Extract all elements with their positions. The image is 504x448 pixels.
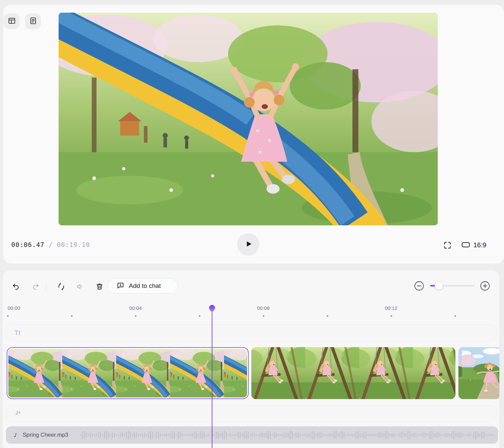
waveform-bar (178, 432, 179, 438)
waveform-bar (102, 434, 103, 436)
waveform-bar (316, 433, 317, 437)
clip-frame-thumbnail (251, 347, 305, 399)
audio-clip[interactable]: Spring Cheer.mp3 (6, 426, 498, 444)
waveform-bar (336, 431, 337, 439)
timeline-ruler[interactable]: 00:0000:0400:0800:12 (3, 304, 499, 324)
layout-grid-button[interactable] (4, 13, 20, 29)
waveform-bar (366, 432, 367, 438)
fullscreen-button[interactable] (443, 241, 452, 250)
ruler-tick-dot (327, 315, 328, 317)
waveform-bar (162, 434, 163, 436)
waveform-bar (236, 434, 237, 436)
total-duration: 00:19.10 (57, 241, 90, 248)
waveform-bar (423, 432, 424, 438)
playhead[interactable] (208, 305, 216, 448)
clip-frame-thumbnail (413, 347, 455, 399)
ruler-tick-dot (454, 315, 456, 317)
audio-file-name: Spring Cheer.mp3 (23, 432, 68, 438)
rotate-button[interactable] (56, 282, 67, 292)
waveform-bar (100, 432, 101, 438)
delete-button[interactable] (94, 282, 105, 292)
waveform-bar (278, 434, 279, 436)
waveform-bar (204, 432, 205, 437)
video-preview[interactable] (59, 13, 438, 225)
waveform-bar (200, 432, 201, 438)
waveform-bar (152, 432, 153, 439)
waveform-bar (413, 433, 414, 437)
waveform-bar (378, 432, 378, 438)
waveform-bar (248, 432, 249, 438)
waveform-bar (284, 432, 285, 438)
waveform-bar (96, 434, 97, 436)
waveform-bar (493, 434, 494, 436)
waveform-bar (451, 431, 452, 439)
waveform-bar (216, 432, 217, 438)
aspect-ratio-control[interactable]: 16:9 (461, 240, 486, 250)
ruler-tick-dot (263, 315, 264, 317)
waveform-bar (397, 434, 398, 436)
clip-frame-thumbnail (116, 349, 170, 397)
waveform-bar (160, 433, 161, 437)
waveform-bar (463, 434, 464, 436)
waveform-bar (272, 434, 273, 436)
waveform-bar (142, 433, 143, 437)
ruler-tick-dot (199, 315, 200, 317)
waveform-bar (86, 432, 87, 438)
video-clip-run[interactable] (458, 347, 499, 399)
redo-button[interactable] (30, 282, 41, 292)
waveform-bar (290, 431, 291, 439)
zoom-in-button[interactable] (480, 281, 490, 291)
waveform-bar (218, 431, 219, 439)
waveform-bar (112, 432, 113, 438)
waveform-bar (481, 431, 482, 439)
play-button[interactable] (237, 233, 259, 256)
add-to-chat-button[interactable]: Add to chat (108, 278, 178, 294)
waveform-bar (469, 433, 470, 437)
waveform-bar (489, 434, 490, 436)
video-clip-swing[interactable] (251, 347, 455, 399)
text-track[interactable]: Tt (5, 325, 497, 341)
waveform-bar (443, 434, 444, 436)
waveform-bar (222, 432, 223, 438)
zoom-slider-thumb[interactable] (435, 282, 443, 290)
waveform-bar (298, 432, 299, 438)
waveform-bar (395, 434, 396, 436)
text-track-icon: Tt (14, 329, 21, 337)
script-panel-button[interactable] (25, 13, 41, 29)
waveform-bar (156, 432, 157, 438)
waveform-bar (246, 431, 247, 439)
zoom-out-button[interactable] (414, 281, 424, 291)
waveform-bar (254, 433, 255, 437)
waveform-bar (324, 434, 325, 436)
waveform-bar (144, 433, 145, 438)
waveform-bar (465, 434, 466, 436)
ruler-time-label: 00:04 (129, 305, 142, 311)
waveform-bar (322, 433, 323, 437)
waveform-bar (475, 431, 476, 439)
waveform-bar (407, 431, 408, 439)
zoom-in-icon (480, 287, 490, 292)
document-icon (29, 17, 37, 26)
waveform-bar (94, 434, 95, 436)
waveform-bar (431, 431, 432, 439)
waveform-bar (280, 434, 281, 436)
ruler-tick-dot (135, 315, 136, 317)
undo-button[interactable] (11, 282, 21, 292)
waveform-bar (346, 434, 347, 436)
waveform-bar (320, 431, 321, 439)
waveform-bar (306, 433, 307, 437)
volume-button[interactable] (75, 282, 85, 292)
waveform-bar (260, 433, 261, 437)
fullscreen-icon (443, 246, 452, 251)
ruler-tick-dot (7, 315, 9, 317)
waveform-bar (401, 432, 402, 438)
waveform-bar (330, 433, 331, 437)
waveform-bar (467, 433, 468, 437)
clip-frame-thumbnail (8, 349, 62, 397)
waveform-bar (262, 432, 263, 438)
voiceover-track[interactable] (5, 405, 497, 422)
waveform-bar (108, 432, 109, 438)
waveform-bar (364, 431, 365, 439)
waveform-bar (479, 433, 480, 437)
waveform-bar (266, 432, 267, 437)
